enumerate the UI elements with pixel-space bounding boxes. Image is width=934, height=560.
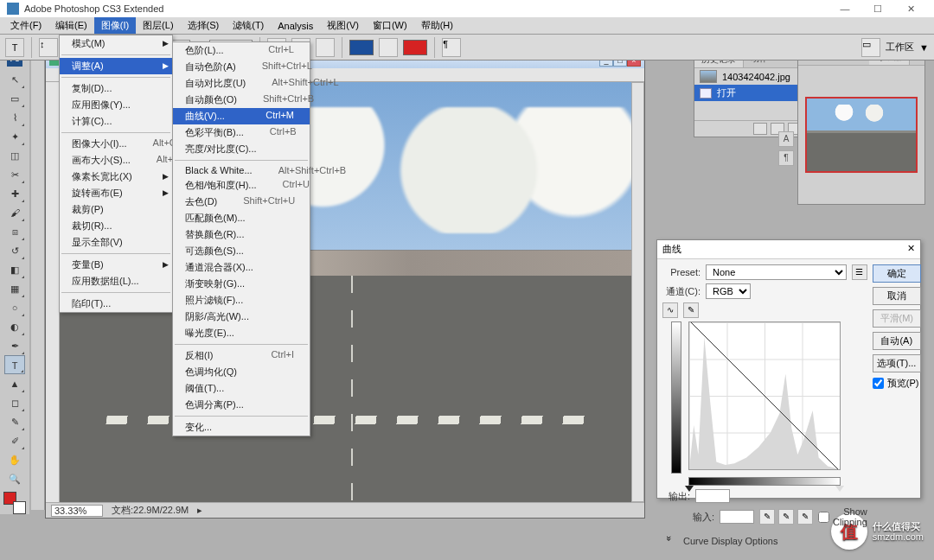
input-field[interactable] [720, 510, 754, 524]
foreground-background-swatch[interactable] [3, 492, 26, 514]
crop-tool[interactable]: ◫ [4, 146, 25, 165]
snapshot-from-state-button[interactable] [753, 123, 767, 135]
dodge-tool[interactable]: ◐ [4, 317, 25, 336]
brush-tool[interactable]: 🖌 [4, 203, 25, 222]
menu-window[interactable]: 窗口(W) [366, 17, 414, 34]
close-button[interactable]: ✕ [894, 0, 927, 17]
menu-view[interactable]: 视图(V) [320, 17, 366, 34]
menu-item[interactable]: 色调均化(Q) [173, 364, 310, 380]
curve-display-options[interactable]: Curve Display Options [683, 536, 777, 546]
input-gradient[interactable] [688, 477, 841, 486]
zoom-field[interactable]: 33.33% [51, 505, 103, 517]
output-field[interactable] [695, 489, 730, 503]
menu-item[interactable]: 阴影/高光(W)... [173, 309, 310, 325]
warp-text-button[interactable] [379, 38, 398, 57]
shape-tool[interactable]: ◻ [4, 393, 25, 412]
history-source-row[interactable]: 1403424042.jpg [694, 68, 805, 85]
type-tool[interactable]: T [4, 355, 25, 374]
show-clipping-checkbox[interactable]: Show Clipping [818, 506, 867, 527]
menu-item[interactable]: 复制(D)... [60, 80, 172, 97]
wand-tool[interactable]: ✦ [4, 127, 25, 146]
menu-item[interactable]: 替换颜色(R)... [173, 226, 310, 243]
menu-item[interactable]: 变量(B)▶ [60, 257, 172, 273]
menu-item[interactable]: 旋转画布(E)▶ [60, 185, 172, 201]
ok-button[interactable]: 确定 [873, 264, 921, 283]
gray-point-eyedropper[interactable]: ✎ [778, 509, 794, 525]
menu-item[interactable]: 渐变映射(G)... [173, 276, 310, 292]
slice-tool[interactable]: ✂ [4, 165, 25, 184]
move-tool[interactable]: ↖ [4, 70, 25, 89]
menu-item[interactable]: 变化... [173, 419, 310, 436]
menu-image[interactable]: 图像(I) [94, 17, 136, 34]
vertical-ruler[interactable] [46, 82, 60, 502]
curves-graph[interactable] [688, 321, 841, 470]
menu-select[interactable]: 选择(S) [181, 17, 227, 34]
preset-dropdown[interactable]: None [706, 264, 847, 280]
lasso-tool[interactable]: ⌇ [4, 108, 25, 127]
menu-item[interactable]: 曲线(V)...Ctrl+M [173, 108, 310, 124]
pen-tool[interactable]: ✒ [4, 336, 25, 355]
active-tool-icon[interactable]: T [5, 38, 24, 57]
path-select-tool[interactable]: ▲ [4, 374, 25, 393]
character-panel-icon[interactable]: A [778, 131, 794, 147]
menu-item[interactable]: 画布大小(S)...Alt+Ctrl+C [60, 152, 172, 169]
curves-close-button[interactable]: ✕ [907, 243, 915, 256]
black-point-eyedropper[interactable]: ✎ [759, 509, 775, 525]
minimize-button[interactable]: — [828, 0, 861, 17]
menu-item[interactable]: 裁剪(P) [60, 201, 172, 218]
paragraph-panel-icon[interactable]: ¶ [778, 150, 794, 166]
preview-checkbox[interactable]: 预览(P) [873, 377, 921, 390]
menu-filter[interactable]: 滤镜(T) [226, 17, 271, 34]
menu-item[interactable]: Black & White...Alt+Shift+Ctrl+B [173, 163, 310, 177]
menu-item[interactable]: 计算(C)... [60, 113, 172, 130]
menu-item[interactable]: 图像大小(I)...Alt+Ctrl+I [60, 136, 172, 152]
history-step-open[interactable]: 打开 [694, 85, 805, 101]
menu-layer[interactable]: 图层(L) [136, 17, 180, 34]
menu-item[interactable]: 色调分离(P)... [173, 397, 310, 413]
curves-options-button[interactable]: 选项(T)... [873, 354, 921, 372]
cancel-button[interactable]: 取消 [873, 287, 921, 305]
menu-item[interactable]: 反相(I)Ctrl+I [173, 347, 310, 364]
menu-item[interactable]: 模式(M)▶ [60, 35, 172, 52]
menu-item[interactable]: 像素长宽比(X)▶ [60, 169, 172, 185]
menu-analysis[interactable]: Analysis [271, 19, 320, 33]
eyedropper-tool[interactable]: ✐ [4, 431, 25, 450]
navigator-thumbnail[interactable] [798, 66, 924, 204]
menu-help[interactable]: 帮助(H) [414, 17, 460, 34]
auto-button[interactable]: 自动(A) [873, 332, 921, 350]
menu-item[interactable]: 显示全部(V) [60, 234, 172, 251]
pencil-mode-button[interactable]: ✎ [683, 302, 699, 318]
menu-item[interactable]: 色彩平衡(B)...Ctrl+B [173, 124, 310, 141]
orientation-toggle[interactable]: ↕ [39, 38, 58, 57]
curve-mode-button[interactable]: ∿ [662, 302, 678, 318]
menu-item[interactable]: 色相/饱和度(H)...Ctrl+U [173, 177, 310, 194]
menu-item[interactable]: 通道混合器(X)... [173, 259, 310, 276]
menu-file[interactable]: 文件(F) [3, 17, 48, 34]
cancel-swatch[interactable] [403, 40, 427, 55]
eraser-tool[interactable]: ◧ [4, 260, 25, 279]
expand-arrow-icon[interactable]: » [664, 536, 675, 546]
menu-item[interactable]: 去色(D)Shift+Ctrl+U [173, 194, 310, 210]
hand-tool[interactable]: ✋ [4, 450, 25, 469]
channel-dropdown[interactable]: RGB [706, 283, 751, 299]
gradient-tool[interactable]: ▦ [4, 279, 25, 298]
preset-menu-icon[interactable]: ☰ [852, 264, 867, 280]
history-brush-tool[interactable]: ↺ [4, 241, 25, 260]
menu-item[interactable]: 裁切(R)... [60, 218, 172, 234]
character-panel-toggle[interactable]: ¶ [442, 38, 461, 57]
zoom-tool[interactable]: 🔍 [4, 469, 25, 488]
notes-tool[interactable]: ✎ [4, 412, 25, 431]
maximize-button[interactable]: ☐ [861, 0, 894, 17]
smooth-button[interactable]: 平滑(M) [873, 309, 921, 328]
white-point-eyedropper[interactable]: ✎ [797, 509, 813, 525]
menu-item[interactable]: 自动色阶(A)Shift+Ctrl+L [173, 59, 310, 75]
menu-item[interactable]: 应用数据组(L)... [60, 273, 172, 290]
menu-item[interactable]: 亮度/对比度(C)... [173, 141, 310, 157]
menu-edit[interactable]: 编辑(E) [48, 17, 94, 34]
healing-tool[interactable]: ✚ [4, 184, 25, 203]
stamp-tool[interactable]: ⧇ [4, 222, 25, 241]
vertical-scrollbar[interactable] [631, 82, 644, 502]
menu-item[interactable]: 陷印(T)... [60, 296, 172, 312]
menu-item[interactable]: 色阶(L)...Ctrl+L [173, 42, 310, 59]
menu-item[interactable]: 曝光度(E)... [173, 325, 310, 341]
